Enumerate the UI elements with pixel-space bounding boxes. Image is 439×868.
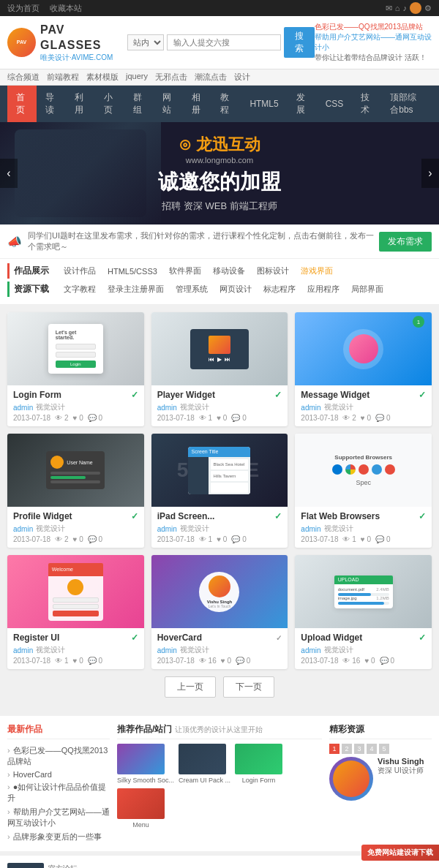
showcase-label: 作品展示	[7, 263, 53, 279]
forum-title: 官方论坛	[48, 864, 203, 868]
upload-row1: document.pdf 2.4MB	[338, 587, 389, 592]
card-author-login[interactable]: admin	[13, 404, 33, 412]
card-author-upload[interactable]: admin	[301, 646, 320, 654]
cat-text-tutorial[interactable]: 文字教程	[59, 282, 100, 296]
user-avatar-icon[interactable]	[410, 2, 421, 14]
browsers-title: Supported Browsers	[332, 454, 395, 461]
banner-next-button[interactable]: ›	[421, 159, 439, 188]
category-tabs: 作品展示 设计作品 HTML5/CSS3 软件界面 移动设备 图标设计 游戏界面…	[0, 259, 439, 305]
search-select[interactable]: 站内	[127, 34, 164, 50]
card-author-register[interactable]: admin	[13, 646, 33, 654]
rec-item-1[interactable]: Cream UI Pack ...	[179, 744, 230, 784]
site-logo[interactable]: PAV PAV GLASSES 唯美设计·AVIME.COM	[7, 23, 127, 63]
nav-item-album[interactable]: 相册	[183, 86, 212, 122]
nav-link-click2[interactable]: 潮流点击	[195, 72, 227, 83]
hovercard-mockup: Vishu Singh Let's In Touch	[199, 572, 239, 612]
cat-software-ui[interactable]: 软件界面	[165, 264, 206, 278]
cat-mobile[interactable]: 移动设备	[209, 264, 249, 278]
card-title-message: Message Widget ✓	[301, 390, 426, 400]
nav-link-comprehensive[interactable]: 综合频道	[7, 72, 40, 83]
featured-page-3[interactable]: 3	[354, 744, 364, 754]
cat-partial-ui[interactable]: 局部界面	[347, 282, 388, 296]
card-register-ui[interactable]: Welcome Register UI ✓ admin 视觉设计 2013-	[7, 555, 144, 669]
card-meta-message: admin 视觉设计	[301, 402, 426, 412]
card-hovercard[interactable]: Vishu Singh Let's In Touch HoverCard ✓ a…	[151, 555, 288, 669]
nav-item-guide[interactable]: 导读	[37, 86, 66, 122]
bookmark-link[interactable]: 收藏本站	[50, 4, 82, 12]
nav-item-home[interactable]: 首页	[7, 86, 37, 122]
banner-prev-button[interactable]: ‹	[0, 159, 18, 188]
card-upload-widget[interactable]: UPLOAD document.pdf 2.4MB image.jpg 1.2M…	[295, 555, 432, 669]
nav-item-bbs[interactable]: 顶部综合bbs	[381, 86, 432, 122]
featured-page-5[interactable]: 5	[379, 744, 389, 754]
cat-html5css3[interactable]: HTML5/CSS3	[103, 265, 162, 277]
latest-item-1[interactable]: HoverCard	[7, 769, 110, 780]
featured-page-4[interactable]: 4	[367, 744, 377, 754]
nav-item-pages[interactable]: 小页	[95, 86, 124, 122]
category-row-1: 作品展示 设计作品 HTML5/CSS3 软件界面 移动设备 图标设计 游戏界面	[7, 263, 432, 279]
logo-subtitle: 唯美设计·AVIME.COM	[40, 53, 127, 62]
latest-item-2[interactable]: ●如何让设计作品品价值提升	[7, 780, 110, 805]
set-homepage-link[interactable]: 设为首页	[7, 4, 40, 12]
nav-item-css[interactable]: CSS	[317, 93, 353, 115]
featured-page-2[interactable]: 2	[342, 744, 352, 754]
card-info-message: Message Widget ✓ admin 视觉设计 2013-07-18 👁…	[295, 385, 432, 426]
cat-game-ui[interactable]: 游戏界面	[296, 264, 337, 278]
card-author-player[interactable]: admin	[157, 404, 177, 412]
card-author-hover[interactable]: admin	[157, 646, 177, 654]
card-author-ipad[interactable]: admin	[157, 525, 177, 533]
cat-logo[interactable]: 标志程序	[259, 282, 300, 296]
card-author-message[interactable]: admin	[301, 404, 320, 412]
prev-page-button[interactable]: 上一页	[165, 676, 216, 698]
nav-item-tutorial[interactable]: 教程	[211, 86, 241, 122]
card-date-browsers: 2013-07-18	[301, 535, 338, 543]
card-ipad-screen[interactable]: 5CODE Screen Title Black Sea Hotel Hills…	[151, 434, 288, 548]
nav-item-dev[interactable]: 发展	[288, 86, 317, 122]
rec-item-2[interactable]: Login Form	[235, 744, 282, 784]
nav-item-groups[interactable]: 群组	[124, 86, 154, 122]
logo-icon: PAV	[7, 28, 36, 57]
rec-item-0[interactable]: Silky Smooth Soc...	[117, 744, 174, 784]
nav-item-html5[interactable]: HTML5	[241, 93, 287, 115]
latest-item-4[interactable]: 品牌形象变更后的一些事	[7, 830, 110, 844]
card-profile-widget[interactable]: User Name Profile Widget ✓ admin 视觉设计	[7, 434, 144, 548]
latest-item-0[interactable]: 色彩已发——QQ找黑2013品牌站	[7, 744, 110, 769]
verified-icon: ✓	[419, 511, 426, 521]
aspku-badge[interactable]: 免费网站建设请下载	[361, 845, 439, 861]
cat-admin-system[interactable]: 管理系统	[171, 282, 212, 296]
ad-line2: 帮助用户介艾艺网站——通网互动设计小	[315, 32, 432, 53]
card-login-form[interactable]: Let's get started. Login Login Form ✓ ad…	[7, 312, 144, 426]
card-author-profile[interactable]: admin	[13, 525, 33, 533]
rec-item-3[interactable]: Menu	[117, 788, 165, 829]
browsers-icons	[332, 464, 395, 475]
nav-link-click1[interactable]: 无邪点击	[155, 72, 187, 83]
nav-link-resources[interactable]: 素材模版	[86, 72, 119, 83]
nav-item-use[interactable]: 利用	[66, 86, 95, 122]
card-likes-profile: ♥ 0	[73, 535, 83, 543]
card-player-widget[interactable]: ⏮ ▶ ⏭ Player Widget ✓ admin 视觉设计 2013-07…	[151, 312, 288, 426]
banner-title: 诚邀您的加盟	[158, 168, 281, 196]
search-button[interactable]: 搜索	[284, 27, 315, 58]
card-author-browsers[interactable]: admin	[301, 525, 320, 533]
nav-item-sites[interactable]: 网站	[154, 86, 183, 122]
nav-item-tech[interactable]: 技术	[352, 86, 381, 122]
cat-web-design[interactable]: 网页设计	[215, 282, 256, 296]
nav-link-jquery[interactable]: jquery	[126, 72, 148, 83]
card-flat-browsers[interactable]: Supported Browsers Spec Flat Web Browser…	[295, 434, 432, 548]
cat-app[interactable]: 应用程序	[303, 282, 344, 296]
nav-link-design[interactable]: 设计	[234, 72, 250, 83]
nav-link-tutorial[interactable]: 前端教程	[47, 72, 79, 83]
next-page-button[interactable]: 下一页	[223, 676, 274, 698]
search-input[interactable]	[167, 34, 281, 50]
card-comments-player: 💬 0	[231, 414, 246, 422]
cat-icons[interactable]: 图标设计	[252, 264, 293, 278]
featured-page-1[interactable]: 1	[329, 744, 339, 754]
card-message-widget[interactable]: 1 Message Widget ✓ admin 视觉设计 2013-07-18…	[295, 312, 432, 426]
card-info-profile: Profile Widget ✓ admin 视觉设计 2013-07-18 👁…	[7, 507, 144, 548]
cat-login-register[interactable]: 登录主注册界面	[103, 282, 168, 296]
cat-design-works[interactable]: 设计作品	[59, 264, 100, 278]
card-thumbnail-player: ⏮ ▶ ⏭	[151, 312, 288, 385]
card-date-ipad: 2013-07-18	[157, 535, 195, 543]
post-request-button[interactable]: 发布需求	[379, 232, 432, 252]
latest-item-3[interactable]: 帮助用户介艾艺网站——通网互动设计小	[7, 805, 110, 830]
